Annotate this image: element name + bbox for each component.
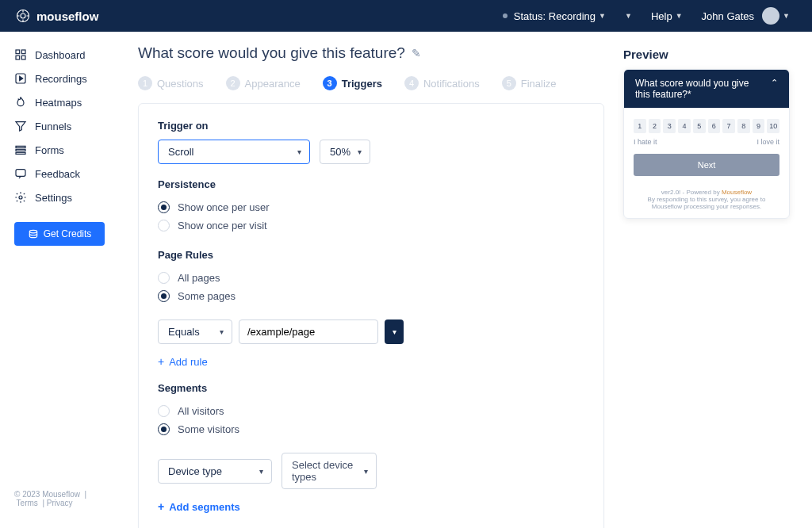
help-label: Help [651,10,672,22]
chevron-down-icon: ▾ [358,147,362,156]
help-dropdown[interactable]: Help ▼ [645,10,689,22]
page-rule-url-input[interactable] [239,319,378,344]
preview-next-button[interactable]: Next [634,154,779,176]
sidebar-item-label: Forms [35,144,64,156]
svg-rect-3 [21,50,25,54]
radio-icon [158,290,170,302]
sidebar-item-label: Settings [35,192,72,204]
plus-icon: + [158,355,164,368]
segment-value-placeholder: Select device types [292,459,354,483]
page-rules-some-pages[interactable]: Some pages [158,287,584,305]
triggers-card: Trigger on Scroll ▾ 50% ▾ Persistence [138,103,604,528]
get-credits-button[interactable]: Get Credits [14,222,105,246]
user-menu[interactable]: John Gates ▼ [695,7,796,25]
plus-icon: + [158,500,164,513]
svg-point-1 [21,13,25,18]
segment-field-select[interactable]: Device type ▾ [158,459,272,484]
page-title-text: What score would you give this feature? [138,44,405,62]
preview-question: What score would you give this feature?* [635,78,754,100]
score-4[interactable]: 4 [678,119,691,133]
segments-all-visitors[interactable]: All visitors [158,402,584,420]
trigger-on-select[interactable]: Scroll ▾ [158,140,310,164]
score-2[interactable]: 2 [649,119,661,133]
sidebar-item-label: Recordings [35,73,87,85]
step-label: Questions [157,78,204,90]
score-7[interactable]: 7 [722,119,735,133]
add-segments-link[interactable]: +Add segments [158,500,584,513]
step-finalize[interactable]: 5Finalize [502,76,557,90]
page-rule-match-select[interactable]: Equals ▾ [158,319,232,344]
trigger-on-label: Trigger on [158,120,584,132]
funnel-icon [14,120,27,132]
sidebar-item-recordings[interactable]: Recordings [0,67,119,90]
score-6[interactable]: 6 [708,119,721,133]
step-label: Appearance [245,78,301,90]
status-dropdown[interactable]: Status: Recording ▼ [496,10,612,22]
svg-rect-7 [16,146,25,147]
sidebar-item-heatmaps[interactable]: Heatmaps [0,90,119,114]
sidebar-item-feedback[interactable]: Feedback [0,162,119,186]
edit-icon[interactable]: ✎ [412,47,421,59]
chevron-up-icon[interactable]: ⌃ [771,78,778,88]
preview-footer-brand[interactable]: Mouseflow [722,189,752,196]
step-triggers[interactable]: 3Triggers [323,76,382,90]
step-questions[interactable]: 1Questions [138,76,204,90]
step-appearance[interactable]: 2Appearance [226,76,301,90]
page-rules-all-pages[interactable]: All pages [158,269,584,287]
step-label: Triggers [342,78,382,90]
radio-label: Some visitors [178,423,239,435]
sidebar-item-label: Heatmaps [35,97,82,109]
persistence-once-per-user[interactable]: Show once per user [158,198,584,216]
segment-value-select[interactable]: Select device types ▾ [282,453,377,489]
add-rule-link[interactable]: +Add rule [158,355,584,368]
credits-label: Get Credits [44,228,92,239]
logo-icon [16,9,30,23]
page-rules-label: Page Rules [158,249,584,261]
step-num: 5 [502,76,516,90]
score-10[interactable]: 10 [767,119,779,133]
segments-some-visitors[interactable]: Some visitors [158,420,584,438]
svg-rect-9 [16,152,25,154]
radio-label: All visitors [178,405,224,417]
step-notifications[interactable]: 4Notifications [404,76,480,90]
chevron-down-icon: ▼ [625,12,632,20]
sidebar-item-dashboard[interactable]: Dashboard [0,43,119,67]
persistence-label: Persistence [158,178,584,190]
sidebar-item-funnels[interactable]: Funnels [0,114,119,138]
page-rule-match-value: Equals [168,326,200,338]
chevron-down-icon: ▾ [393,327,396,336]
trigger-pct-select[interactable]: 50% ▾ [320,140,370,164]
logo[interactable]: mouseflow [16,9,98,23]
score-9[interactable]: 9 [753,119,765,133]
preview-title: Preview [623,48,790,61]
status-label: Status: Recording [514,10,596,22]
chevron-down-icon: ▾ [259,467,263,476]
trigger-on-value: Scroll [168,146,194,158]
score-5[interactable]: 5 [693,119,706,133]
persistence-once-per-visit[interactable]: Show once per visit [158,216,584,235]
step-label: Notifications [423,78,480,90]
score-8[interactable]: 8 [737,119,750,133]
score-row: 1 2 3 4 5 6 7 8 9 10 [634,119,779,133]
sidebar-item-label: Feedback [35,168,80,180]
page-rule-more-button[interactable]: ▾ [385,319,404,344]
sidebar-item-label: Dashboard [35,49,86,61]
radio-label: Some pages [178,290,236,302]
score-left-label: I hate it [634,138,657,146]
chevron-down-icon: ▾ [297,147,301,156]
sidebar-item-settings[interactable]: Settings [0,186,119,209]
segment-field-value: Device type [168,465,222,477]
score-1[interactable]: 1 [634,119,646,133]
footer-privacy-link[interactable]: Privacy [47,499,73,507]
status-dot-icon [503,13,508,18]
score-3[interactable]: 3 [663,119,676,133]
project-dropdown[interactable]: ▼ [619,12,638,20]
footer-terms-link[interactable]: Terms [17,499,38,507]
gear-icon [14,191,27,204]
preview-footer-pre: ver2.0! - Powered by [661,189,722,196]
footer-copyright: © 2023 Mouseflow [14,490,80,499]
step-num: 1 [138,76,152,90]
sidebar-item-forms[interactable]: Forms [0,138,119,162]
radio-icon [158,405,170,417]
step-num: 2 [226,76,240,90]
